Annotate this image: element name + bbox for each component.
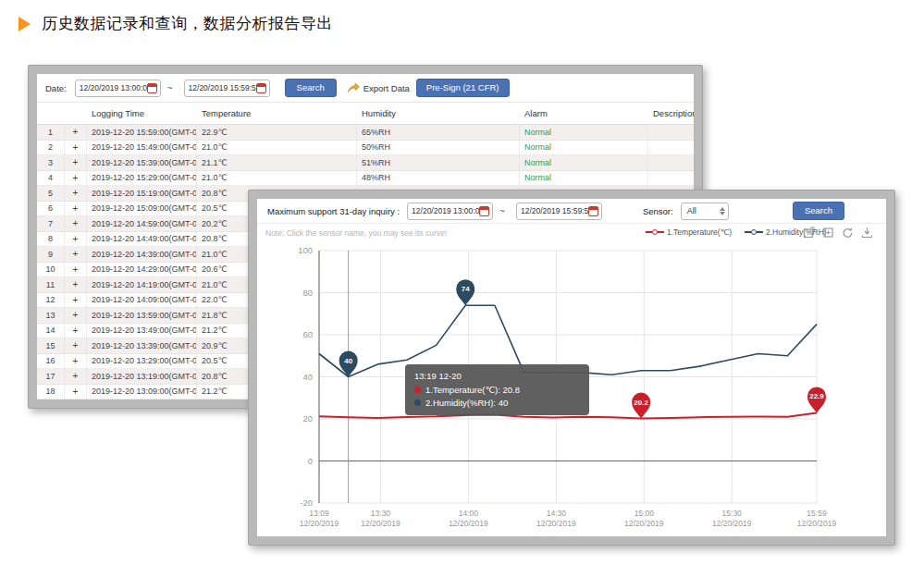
cell-description	[648, 171, 694, 186]
chart-date-to-input[interactable]	[521, 206, 588, 215]
row-expand-icon[interactable]: +	[65, 385, 87, 399]
y-tick-label: 60	[302, 329, 313, 339]
cell-logging-time: 2019-12-20 14:29:00(GMT-05:0	[87, 263, 197, 277]
row-number: 4	[37, 171, 65, 186]
row-number: 16	[37, 354, 65, 369]
row-expand-icon[interactable]: +	[65, 125, 87, 140]
tooltip-temperature-line: 1.Temperature(℃): 20.8	[414, 385, 580, 395]
chart-date-to-box	[516, 203, 602, 220]
row-expand-icon[interactable]: +	[65, 354, 87, 369]
date-from-input[interactable]	[80, 83, 147, 92]
row-expand-icon[interactable]: +	[65, 232, 87, 247]
restore-icon[interactable]	[842, 227, 854, 239]
date-range-separator: ~	[499, 206, 505, 216]
row-expand-icon[interactable]: +	[65, 369, 87, 384]
zoom-select-icon[interactable]	[803, 227, 815, 239]
cell-alarm: Normal	[520, 141, 648, 155]
cell-humidity: 65%RH	[357, 125, 520, 140]
table-row[interactable]: 3+2019-12-20 15:39:00(GMT-05:021.1℃51%RH…	[37, 155, 694, 171]
x-tick-time: 13:09	[309, 509, 329, 518]
cell-logging-time: 2019-12-20 13:39:00(GMT-05:0	[87, 338, 197, 353]
row-number: 8	[37, 232, 65, 247]
date-to-input[interactable]	[189, 83, 256, 92]
chart-legend: 1.Temperature(℃) 2.Humidity(%RH)	[646, 227, 827, 237]
table-toolbar: Date: ~ Search Export Data Pre-Si	[37, 74, 694, 103]
temperature-dot-icon	[414, 387, 421, 393]
cell-logging-time: 2019-12-20 13:59:00(GMT-05:0	[87, 308, 197, 323]
sensor-label: Sensor:	[643, 206, 673, 216]
row-expand-icon[interactable]: +	[65, 338, 87, 353]
x-tick-date: 12/20/2019	[797, 519, 837, 528]
row-expand-icon[interactable]: +	[65, 277, 87, 292]
cell-temperature: 22.9℃	[197, 125, 357, 140]
y-tick-label: 20	[302, 413, 313, 424]
sensor-select[interactable]: All	[681, 203, 729, 220]
row-expand-icon[interactable]: +	[65, 155, 87, 170]
cell-alarm: Normal	[520, 171, 648, 186]
row-expand-icon[interactable]: +	[65, 308, 87, 323]
row-expand-icon[interactable]: +	[65, 263, 87, 277]
search-button[interactable]: Search	[285, 79, 337, 97]
sensor-select-value: All	[687, 206, 696, 215]
col-logging-time: Logging Time	[87, 108, 197, 118]
row-expand-icon[interactable]: +	[65, 324, 87, 338]
markpoint-label: 74	[462, 285, 470, 293]
cell-alarm: Normal	[520, 155, 648, 170]
row-expand-icon[interactable]: +	[65, 216, 87, 231]
legend-temperature[interactable]: 1.Temperature(℃)	[646, 227, 732, 237]
export-data-button[interactable]: Export Data	[347, 82, 410, 93]
zoom-reset-icon[interactable]	[822, 227, 834, 239]
calendar-icon[interactable]	[256, 83, 266, 93]
date-from-box	[75, 80, 161, 97]
chart-subheader: Note: Click the sensor name, you may see…	[257, 224, 886, 243]
date-range-separator: ~	[167, 83, 173, 93]
row-number: 1	[37, 125, 65, 140]
cell-logging-time: 2019-12-20 15:49:00(GMT-05:0	[87, 141, 197, 155]
x-tick-date: 12/20/2019	[536, 519, 576, 528]
date-label: Date:	[45, 83, 67, 93]
cell-logging-time: 2019-12-20 15:29:00(GMT-05:0	[87, 171, 197, 186]
table-row[interactable]: 4+2019-12-20 15:29:00(GMT-05:021.0℃48%RH…	[37, 171, 694, 187]
row-expand-icon[interactable]: +	[65, 171, 87, 186]
date-to-box	[184, 80, 270, 97]
row-number: 3	[37, 155, 65, 170]
table-row[interactable]: 2+2019-12-20 15:49:00(GMT-05:021.0℃50%RH…	[37, 141, 694, 156]
tooltip-humidity-line: 2.Humidity(%RH): 40	[414, 398, 580, 408]
col-temperature: Temperature	[197, 108, 357, 118]
calendar-icon[interactable]	[147, 83, 157, 93]
y-tick-label: 0	[308, 456, 313, 466]
cell-logging-time: 2019-12-20 14:49:00(GMT-05:0	[87, 232, 197, 247]
markpoint-label: 20.2	[634, 399, 648, 407]
cell-description	[648, 141, 694, 155]
row-expand-icon[interactable]: +	[65, 293, 87, 308]
row-number: 14	[37, 324, 65, 338]
legend-line-icon	[646, 231, 652, 233]
x-tick-time: 14:00	[459, 509, 479, 518]
row-expand-icon[interactable]: +	[65, 141, 87, 155]
presign-button[interactable]: Pre-Sign (21 CFR)	[416, 79, 510, 97]
x-tick-time: 15:00	[634, 509, 655, 518]
table-row[interactable]: 1+2019-12-20 15:59:00(GMT-05:022.9℃65%RH…	[37, 125, 694, 141]
row-expand-icon[interactable]: +	[65, 186, 87, 201]
cell-logging-time: 2019-12-20 14:39:00(GMT-05:0	[87, 247, 197, 262]
calendar-icon[interactable]	[479, 206, 489, 216]
x-tick-date: 12/20/2019	[361, 519, 400, 528]
markpoint-label: 40	[344, 357, 352, 365]
save-image-icon[interactable]	[861, 227, 873, 239]
page-title: 历史数据记录和查询，数据分析报告导出	[42, 13, 333, 34]
select-arrows-icon	[720, 207, 725, 215]
row-number: 12	[37, 293, 65, 308]
x-tick-time: 15:59	[807, 509, 827, 518]
row-number: 13	[37, 308, 65, 323]
row-expand-icon[interactable]: +	[65, 202, 87, 216]
chart-date-from-input[interactable]	[412, 206, 479, 215]
sensor-note: Note: Click the sensor name, you may see…	[265, 228, 447, 238]
chart-search-button[interactable]: Search	[793, 202, 844, 220]
row-number: 9	[37, 247, 65, 262]
calendar-icon[interactable]	[588, 206, 598, 216]
cell-description	[648, 155, 694, 170]
row-expand-icon[interactable]: +	[65, 247, 87, 262]
chart-window: Maximum support 31-day inquiry : ~ Senso…	[248, 190, 895, 546]
cell-logging-time: 2019-12-20 15:19:00(GMT-05:0	[87, 186, 197, 201]
chart-plot[interactable]: 100806040200-2013:0912/20/201913:3012/20…	[257, 243, 886, 536]
